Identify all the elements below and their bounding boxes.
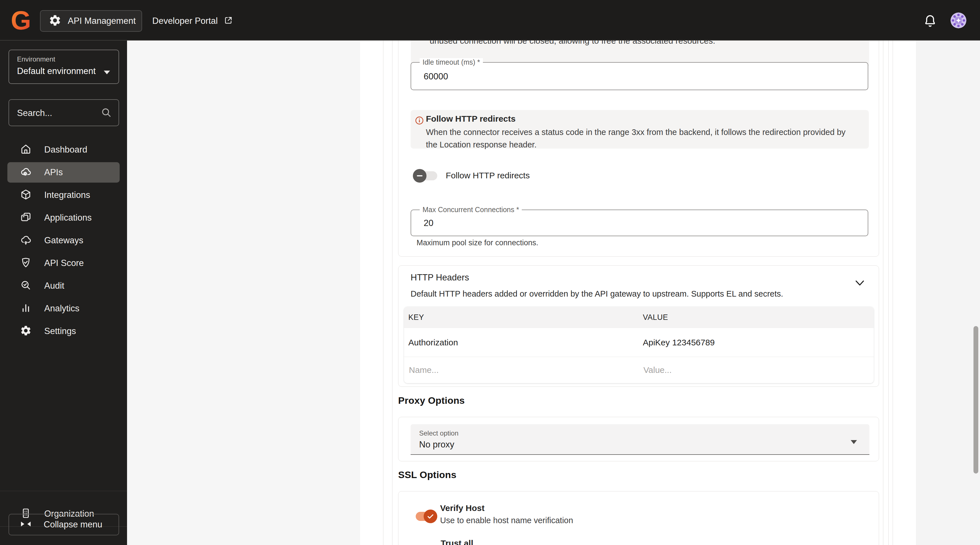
sidebar-item-integrations[interactable]: Integrations <box>0 184 127 207</box>
max-connections-helper: Maximum pool size for connections. <box>417 238 538 247</box>
sidebar-item-label: Applications <box>44 213 92 223</box>
sidebar-item-analytics[interactable]: Analytics <box>0 297 127 320</box>
redirect-info-title: Follow HTTP redirects <box>426 114 869 124</box>
svg-text:G: G <box>11 6 31 35</box>
api-management-button[interactable]: API Management <box>40 10 142 32</box>
sidebar-item-label: APIs <box>44 167 63 178</box>
proxy-select-label: Select option <box>419 429 458 437</box>
sidebar: Environment Default environment Das <box>0 41 127 545</box>
environment-label: Environment <box>17 55 55 63</box>
sidebar-item-dashboard[interactable]: Dashboard <box>0 138 127 161</box>
content-panel: unused connection will be closed, allowi… <box>360 41 916 545</box>
left-gutter <box>127 41 360 545</box>
right-gutter <box>916 41 980 545</box>
http-headers-description: Default HTTP headers added or overridden… <box>410 289 783 299</box>
api-management-label: API Management <box>68 16 136 26</box>
sidebar-item-label: Integrations <box>44 190 90 200</box>
top-bar: G API Management Developer Portal <box>0 0 980 41</box>
search-input[interactable] <box>16 100 103 126</box>
sidebar-item-label: Dashboard <box>44 145 88 155</box>
max-connections-input[interactable] <box>423 210 812 236</box>
redirect-info-box: Follow HTTP redirects When the connector… <box>410 110 869 149</box>
stacked-windows-icon <box>20 211 32 224</box>
sidebar-item-label: Settings <box>44 326 76 336</box>
sidebar-search <box>8 99 119 126</box>
info-icon <box>415 116 424 126</box>
external-link-icon <box>223 16 233 26</box>
sidebar-item-label: Audit <box>44 281 64 291</box>
collapse-icon <box>21 521 30 528</box>
search-icon[interactable] <box>100 106 112 120</box>
sidebar-item-label: Gateways <box>44 235 83 246</box>
container-border-left-inner <box>392 41 393 545</box>
sidebar-item-label: Analytics <box>44 303 80 314</box>
sidebar-item-label: API Score <box>44 258 84 268</box>
table-header-row: KEY VALUE <box>404 307 873 328</box>
container-border-left <box>383 41 383 545</box>
follow-redirects-toggle-label: Follow HTTP redirects <box>446 171 530 180</box>
verify-host-title: Verify Host <box>440 503 485 513</box>
shield-check-icon <box>20 257 32 270</box>
cube-icon <box>20 189 32 202</box>
header-key-cell[interactable]: Authorization <box>404 338 639 347</box>
app-window: G API Management Developer Portal <box>0 0 980 545</box>
container-border-right-inner <box>883 41 883 545</box>
follow-redirects-toggle[interactable] <box>413 169 437 183</box>
developer-portal-label: Developer Portal <box>152 16 218 26</box>
sidebar-item-audit[interactable]: Audit <box>0 275 127 297</box>
column-header-value: VALUE <box>639 313 873 322</box>
ssl-options-heading: SSL Options <box>398 469 457 480</box>
sidebar-item-applications[interactable]: Applications <box>0 207 127 229</box>
proxy-select[interactable]: Select option No proxy <box>410 424 869 455</box>
check-icon <box>424 510 437 523</box>
new-header-value-input[interactable] <box>643 365 852 375</box>
proxy-select-value: No proxy <box>419 440 454 450</box>
minus-icon <box>417 175 423 176</box>
idle-timeout-input[interactable] <box>423 63 812 90</box>
bar-chart-icon <box>20 302 32 315</box>
sidebar-nav: Dashboard APIs Integrati <box>0 138 127 343</box>
container-border-right-mid <box>888 41 889 545</box>
new-header-name-input[interactable] <box>408 365 617 375</box>
home-icon <box>20 143 32 156</box>
collapse-menu-button[interactable]: Collapse menu <box>8 514 119 535</box>
chevron-down-icon[interactable] <box>855 280 864 287</box>
max-connections-field: Max Concurrent Connections * <box>410 210 868 236</box>
verify-host-description: Use to enable host name verification <box>440 516 573 525</box>
user-avatar[interactable] <box>950 13 966 29</box>
sidebar-item-apis[interactable]: APIs <box>0 161 127 184</box>
notifications-bell-icon[interactable] <box>922 13 938 30</box>
developer-portal-link[interactable]: Developer Portal <box>152 10 233 32</box>
connection-note-text: unused connection will be closed, allowi… <box>430 41 715 46</box>
environment-select[interactable]: Environment Default environment <box>8 49 119 84</box>
redirect-info-body: When the connector receives a status cod… <box>426 126 846 151</box>
sidebar-item-settings[interactable]: Settings <box>0 320 127 343</box>
verify-host-toggle[interactable] <box>413 510 437 523</box>
table-row: Authorization ApiKey 123456789 <box>404 328 873 357</box>
trust-all-title: Trust all <box>441 539 473 545</box>
idle-timeout-field: Idle timeout (ms) * <box>410 62 868 90</box>
gear-icon <box>20 325 32 338</box>
collapse-menu-label: Collapse menu <box>44 520 102 530</box>
sidebar-item-api-score[interactable]: API Score <box>0 252 127 275</box>
vertical-scrollbar[interactable] <box>974 326 978 473</box>
header-value-cell[interactable]: ApiKey 123456789 <box>639 338 873 347</box>
gear-icon <box>48 14 62 28</box>
dropdown-arrow-icon <box>851 440 857 444</box>
cloud-gear-icon <box>20 166 32 179</box>
gravitee-logo-icon[interactable]: G <box>10 6 36 35</box>
proxy-options-heading: Proxy Options <box>398 395 465 406</box>
environment-value: Default environment <box>17 66 95 76</box>
column-header-key: KEY <box>404 313 639 322</box>
sidebar-item-gateways[interactable]: Gateways <box>0 229 127 252</box>
chevron-down-icon <box>104 71 110 74</box>
table-new-row <box>404 357 873 383</box>
cloud-node-icon <box>20 234 32 247</box>
magnifier-check-icon <box>20 279 32 292</box>
http-headers-table: KEY VALUE Authorization ApiKey 123456789 <box>404 307 873 383</box>
container-border-right <box>892 41 893 545</box>
http-headers-title: HTTP Headers <box>410 272 469 283</box>
